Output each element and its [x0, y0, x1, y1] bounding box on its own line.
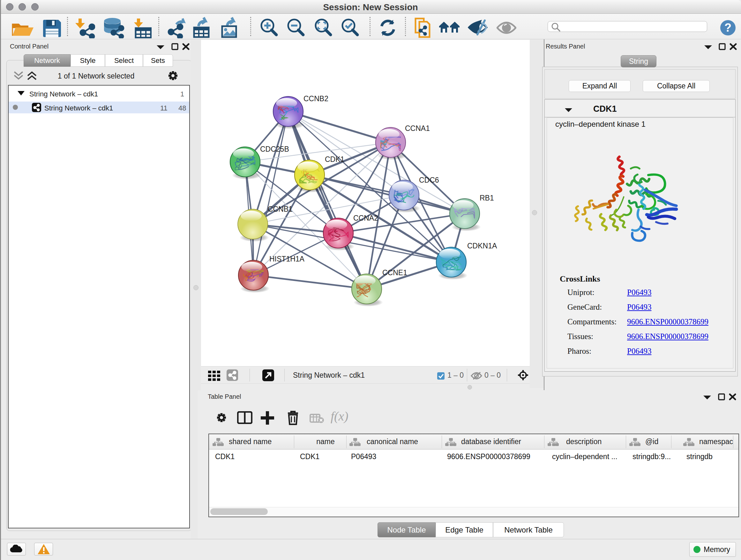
svg-text:CCNE1: CCNE1 [382, 268, 407, 277]
svg-text:?: ? [724, 21, 731, 34]
svg-text:CCNB1: CCNB1 [268, 205, 293, 213]
svg-text:RB1: RB1 [480, 194, 494, 202]
svg-text:CDKN1A: CDKN1A [467, 242, 497, 250]
svg-text:CDC25B: CDC25B [260, 145, 289, 153]
svg-text:CCNA2: CCNA2 [353, 214, 378, 222]
svg-text:CCNA1: CCNA1 [405, 124, 430, 132]
svg-text:HIST1H1A: HIST1H1A [269, 255, 305, 263]
svg-text:CDK1: CDK1 [325, 155, 344, 164]
svg-text:CCNB2: CCNB2 [304, 95, 328, 103]
svg-text:CDC6: CDC6 [419, 176, 439, 184]
